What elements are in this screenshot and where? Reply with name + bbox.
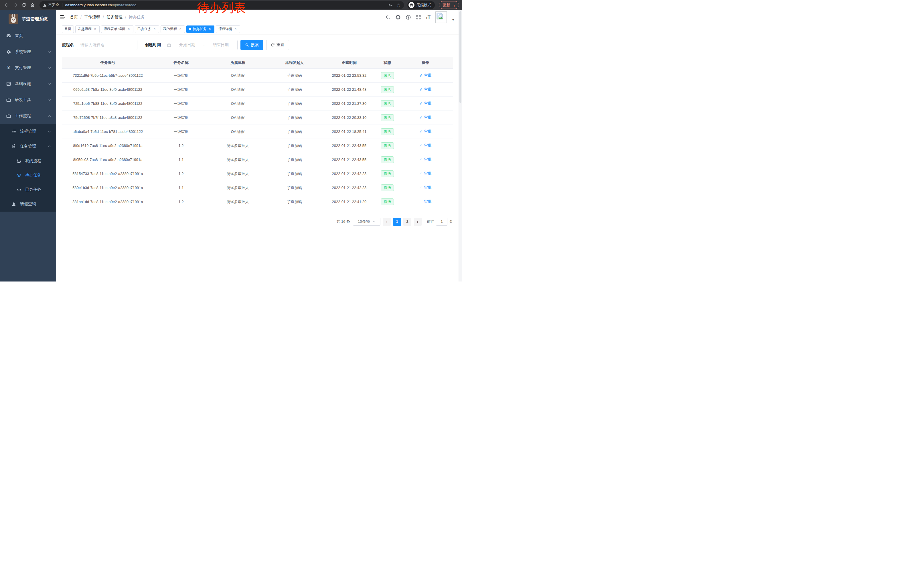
sidebar-item-done-tasks[interactable]: 已办任务 (0, 182, 56, 197)
key-icon[interactable] (388, 3, 393, 8)
my-process-icon (16, 158, 21, 164)
sidebar-item-home[interactable]: 首页 (0, 28, 56, 44)
sidebar-item-dev-tools[interactable]: 研发工具 (0, 92, 56, 108)
search-icon[interactable] (386, 15, 390, 20)
approve-link[interactable]: 审批 (419, 87, 432, 92)
process-name-label: 流程名 (62, 42, 74, 48)
date-range-picker[interactable]: 开始日期 - 结束日期 (164, 40, 238, 50)
approve-link[interactable]: 审批 (419, 143, 432, 148)
sidebar-item-payment[interactable]: ¥ 支付管理 (0, 60, 56, 76)
table-row: 8f059c03-7ac8-11ec-a9e2-a2380e71991a1.1测… (62, 153, 453, 167)
approve-link[interactable]: 审批 (419, 157, 432, 162)
approve-link[interactable]: 审批 (419, 199, 432, 204)
search-icon (245, 43, 249, 47)
close-icon[interactable]: × (208, 27, 212, 31)
create-time-label: 创建时间 (145, 42, 161, 48)
vertical-scrollbar[interactable] (459, 10, 462, 281)
workflow-submenu: 流程管理 任务管理 我的流程 待办任务 (0, 124, 56, 212)
edit-icon (419, 186, 423, 189)
edit-icon (419, 102, 423, 105)
next-page-button[interactable]: › (414, 218, 422, 226)
scrollbar-thumb[interactable] (459, 11, 461, 103)
chevron-down-icon (48, 67, 51, 69)
sidebar-item-system[interactable]: 系统管理 (0, 44, 56, 60)
avatar[interactable] (435, 12, 447, 23)
workflow-icon (6, 113, 11, 119)
home-icon[interactable] (28, 2, 36, 9)
back-icon[interactable] (3, 2, 10, 9)
approve-link[interactable]: 审批 (419, 129, 432, 134)
status-badge: 激活 (381, 100, 394, 107)
task-tree-icon (11, 144, 16, 149)
screen: 不安全 dashboard.yudao.iocoder.cn/bpm/task/… (0, 0, 462, 281)
fullscreen-icon[interactable] (416, 15, 421, 20)
chevron-up-icon (48, 115, 51, 117)
approve-link[interactable]: 审批 (419, 171, 432, 176)
page-size-select[interactable]: 10条/页 (353, 218, 380, 226)
github-icon[interactable] (395, 15, 401, 20)
process-list-icon (11, 129, 16, 134)
sidebar-item-todo-tasks[interactable]: 待办任务 (0, 168, 56, 182)
col-action: 操作 (398, 57, 453, 68)
sidebar-item-leave-query[interactable]: 请假查询 (0, 197, 56, 212)
tab-process-detail[interactable]: 流程详情× (216, 26, 240, 33)
table-row: 381aa1dd-7ac8-11ec-a9e2-a2380e71991a1.2测… (62, 195, 453, 209)
jump-suffix: 页 (449, 219, 453, 224)
tab-done-tasks[interactable]: 已办任务× (135, 26, 159, 33)
sidebar-collapse-icon[interactable] (60, 14, 66, 20)
close-icon[interactable]: × (93, 27, 97, 31)
incognito-badge: 无痕模式 (407, 1, 435, 9)
tab-my-process[interactable]: 我的流程× (160, 26, 185, 33)
sidebar-item-workflow[interactable]: 工作流程 (0, 108, 56, 124)
sidebar-item-my-process[interactable]: 我的流程 (0, 154, 56, 168)
sidebar-item-task-mgmt[interactable]: 任务管理 (0, 139, 56, 154)
jump-label: 前往 (427, 219, 434, 224)
avatar-caret-icon[interactable]: ▼ (452, 18, 454, 21)
close-icon[interactable]: × (127, 27, 131, 31)
search-button[interactable]: 搜索 (240, 40, 263, 50)
sidebar-item-process-mgmt[interactable]: 流程管理 (0, 124, 56, 139)
prev-page-button[interactable]: ‹ (383, 218, 391, 226)
approve-link[interactable]: 审批 (419, 101, 432, 106)
process-name-input[interactable] (80, 43, 134, 47)
sidebar-item-infrastructure[interactable]: 基础设施 (0, 76, 56, 92)
security-warning[interactable]: 不安全 (43, 3, 59, 8)
approve-link[interactable]: 审批 (419, 185, 432, 190)
eye-closed-icon (16, 187, 21, 192)
update-button[interactable]: 更新 ⋮ (439, 1, 459, 9)
page-button-1[interactable]: 1 (393, 218, 401, 226)
page-button-2[interactable]: 2 (404, 218, 411, 226)
jump-page-input[interactable] (436, 218, 447, 226)
font-size-icon[interactable]: TT (426, 15, 431, 20)
breadcrumb-home[interactable]: 首页 (70, 15, 78, 20)
tab-start-process[interactable]: 发起流程× (75, 26, 100, 33)
tab-home[interactable]: 首页 (62, 26, 74, 33)
status-badge: 激活 (381, 156, 394, 163)
approve-link[interactable]: 审批 (419, 115, 432, 120)
sidebar-item-label: 待办任务 (25, 173, 51, 178)
browser-menu-icon[interactable]: ⋮ (452, 3, 456, 8)
status-badge: 激活 (381, 86, 394, 93)
breadcrumb-workflow[interactable]: 工作流程 (84, 15, 100, 20)
reset-button[interactable]: 重置 (266, 40, 289, 50)
reload-icon[interactable] (20, 2, 27, 9)
tab-todo-tasks[interactable]: 待办任务× (186, 26, 214, 33)
sidebar-item-label: 流程管理 (20, 129, 44, 134)
help-icon[interactable] (406, 15, 411, 20)
close-icon[interactable]: × (178, 27, 182, 31)
toolbox-icon (6, 98, 11, 102)
status-badge: 激活 (381, 128, 394, 135)
col-created: 创建时间 (322, 57, 376, 68)
chevron-up-icon (48, 146, 51, 147)
sidebar-item-label: 请假查询 (20, 201, 51, 207)
bookmark-star-icon[interactable]: ☆ (397, 3, 400, 8)
close-icon[interactable]: × (153, 27, 157, 31)
tab-form-edit[interactable]: 流程表单-编辑× (101, 26, 134, 33)
breadcrumb-task-mgmt[interactable]: 任务管理 (106, 15, 123, 20)
approve-link[interactable]: 审批 (419, 73, 432, 78)
forward-icon[interactable] (12, 2, 19, 9)
sidebar-logo[interactable]: 芋道管理系统 (0, 10, 56, 28)
url-text[interactable]: dashboard.yudao.iocoder.cn/bpm/task/todo (65, 3, 136, 7)
table-row: 580e1b3d-7ac8-11ec-a9e2-a2380e71991a1.1测… (62, 181, 453, 195)
close-icon[interactable]: × (234, 27, 238, 31)
